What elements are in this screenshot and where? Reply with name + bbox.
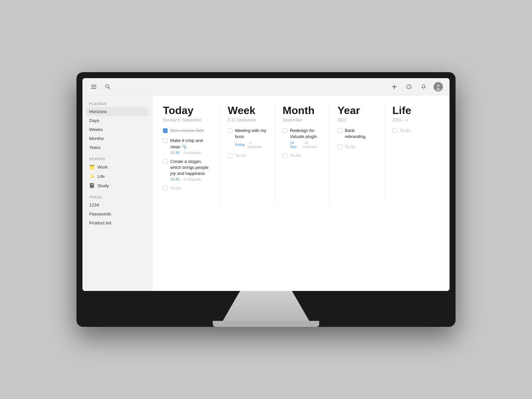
sidebar-item-label: Life [97,174,105,179]
sidebar-item-life[interactable]: ✨ Life [86,172,149,181]
task-time: 11:30 [170,151,180,155]
task-placeholder[interactable]: To-do [170,185,211,191]
monitor-base [213,321,319,327]
week-header: Week 5-11 September [228,105,266,122]
task-title: Bank rebranding [345,128,376,140]
task-content: Meeting with my boss Friday · 4 subgoals [235,128,266,148]
add-icon[interactable] [390,82,399,91]
year-header: Year 2021 [337,105,376,122]
bell-icon[interactable] [419,82,428,91]
sidebar-item-months[interactable]: Months [86,134,149,143]
task-placeholder[interactable]: To-do [235,153,266,159]
svg-line-4 [109,87,110,89]
task-item: To-do [337,144,376,150]
task-subgoals: · 4 subgoals [182,151,201,155]
svg-rect-1 [91,86,96,87]
task-title: Make it crisp and clean 📎 [170,138,211,150]
week-title: Week [228,105,266,116]
task-checkbox[interactable] [283,153,287,158]
month-title: Month [283,105,321,116]
help-icon[interactable]: ? [404,82,414,91]
sidebar-item-passwords[interactable]: Passwords [86,209,149,218]
columns-row: Today Sunday 5, September Beta release d… [163,105,439,204]
svg-point-11 [436,88,441,91]
task-checkbox[interactable] [163,138,168,143]
task-item: To-do [392,128,431,134]
life-subtitle: 2021 – ∞ [392,118,431,122]
col-today: Today Sunday 5, September Beta release d… [163,105,219,204]
sidebar-item-label: Weeks [89,127,103,132]
task-item: Redesign for Valuate plugin 14 Sep · 16 … [283,128,321,148]
task-checkbox[interactable] [392,128,397,133]
svg-point-10 [437,84,440,87]
task-subgoals: · 4 subgoals [247,141,266,149]
col-divider [329,105,330,204]
sidebar-item-study[interactable]: 📓 Study [86,181,149,190]
col-year: Year 2021 Bank rebranding [337,105,384,204]
svg-rect-0 [91,85,96,85]
task-checkbox[interactable] [283,128,287,133]
sidebar-item-1234[interactable]: 1234 [86,200,149,209]
sidebar-item-label: Months [89,136,104,141]
sidebar-item-work[interactable]: 🗂️ Work [86,162,149,172]
task-item: Beta release date [163,128,211,134]
task-item: To-do [163,185,211,191]
week-subtitle: 5-11 September [228,118,266,122]
month-subtitle: September [283,118,321,122]
today-header: Today Sunday 5, September [163,105,211,122]
task-content: To-do [290,153,321,159]
col-divider [384,105,384,204]
task-item: To-do [228,153,266,159]
avatar[interactable] [434,82,443,91]
task-content: Bank rebranding [345,128,376,140]
task-checkbox[interactable] [337,145,342,149]
sidebar-item-days[interactable]: Days [86,116,149,125]
task-placeholder[interactable]: To-do [290,153,321,159]
sidebar-item-weeks[interactable]: Weeks [86,125,149,134]
menu-icon[interactable] [89,82,98,91]
task-checkbox[interactable] [163,128,168,133]
boards-section-label: BOARDS [86,157,149,161]
task-checkbox[interactable] [163,186,168,191]
sidebar-item-years[interactable]: Years [86,143,149,152]
task-placeholder[interactable]: To-do [400,128,431,134]
task-checkbox[interactable] [163,159,168,164]
task-title: Beta release date [170,128,211,134]
year-subtitle: 2021 [337,118,376,122]
topbar-right: ? [390,82,443,91]
task-meta: 14 Sep · 16 subgoals [290,141,321,149]
monitor-stand [223,291,309,321]
task-item: Make it crisp and clean 📎 11:30 · 4 subg… [163,138,211,154]
task-item: To-do [283,153,321,159]
sidebar-item-label: Days [89,118,99,123]
life-icon: ✨ [89,174,95,179]
main-content: Today Sunday 5, September Beta release d… [152,95,450,291]
sidebar-item-product-list[interactable]: Product list [86,218,149,227]
task-content: To-do [345,144,376,150]
sidebar-item-label: Passwords [89,211,111,216]
content-area: PLANNER Horizons Days Weeks Months Years [82,95,450,291]
planner-section-label: PLANNER [86,102,149,106]
task-title: Create a slogan, which brings people joy… [170,159,211,177]
sidebar-item-label: Horizons [89,109,107,114]
search-icon[interactable] [103,82,112,91]
topbar-left [89,82,112,91]
task-item: Create a slogan, which brings people joy… [163,159,211,182]
year-title: Year [337,105,376,116]
task-placeholder[interactable]: To-do [345,144,376,150]
col-divider [274,105,275,204]
today-title: Today [163,105,211,116]
task-checkbox[interactable] [337,128,342,133]
life-header: Life 2021 – ∞ [392,105,431,122]
task-content: To-do [170,185,211,191]
col-divider [219,105,220,204]
task-subgoals: · 4 subgoals [182,177,201,181]
task-content: Make it crisp and clean 📎 11:30 · 4 subg… [170,138,211,154]
sidebar-item-horizons[interactable]: Horizons [86,107,149,116]
svg-text:?: ? [408,85,410,89]
sidebar-item-label: Years [89,145,100,150]
task-time: 16:45 [170,177,180,181]
task-checkbox[interactable] [228,128,232,133]
svg-rect-2 [91,88,96,89]
task-checkbox[interactable] [228,153,232,158]
